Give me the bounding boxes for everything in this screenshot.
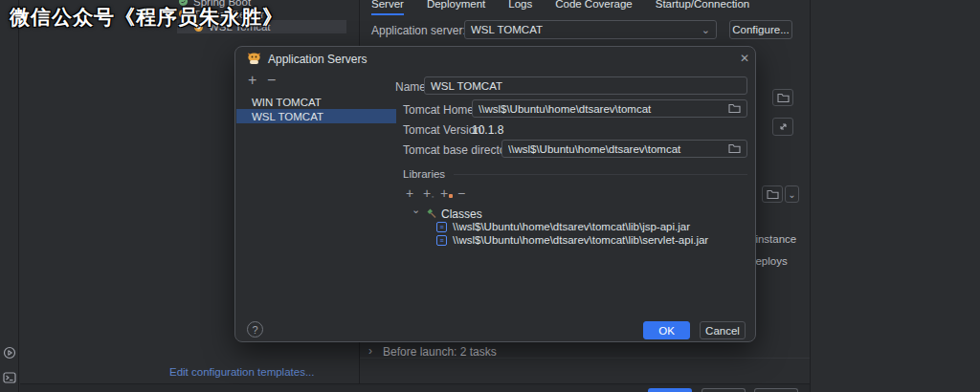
background-cancel-button-partial[interactable] bbox=[702, 388, 746, 392]
tree-collapse-icon[interactable]: ⌄ bbox=[412, 204, 420, 216]
background-ok-button-partial[interactable] bbox=[648, 388, 692, 392]
services-icon[interactable] bbox=[3, 346, 16, 359]
dialog-title: Application Servers bbox=[268, 53, 367, 66]
classes-node-label[interactable]: Classes bbox=[441, 207, 482, 221]
terminal-icon[interactable] bbox=[3, 371, 16, 384]
jar-path: \\wsl$\Ubuntu\home\dtsarev\tomcat\lib\se… bbox=[453, 234, 708, 246]
name-value: WSL TOMCAT bbox=[431, 80, 741, 92]
cancel-button[interactable]: Cancel bbox=[700, 321, 746, 339]
tab-code-coverage[interactable]: Code Coverage bbox=[555, 0, 633, 15]
chevron-down-icon: ⌄ bbox=[788, 189, 795, 200]
tomcat-home-value: \\wsl$\Ubuntu\home\dtsarev\tomcat bbox=[479, 103, 723, 115]
close-icon[interactable]: ✕ bbox=[740, 52, 749, 65]
add-library-from-server-icon[interactable]: + bbox=[423, 186, 431, 200]
library-jar-row[interactable]: ≡ \\wsl$\Ubuntu\home\dtsarev\tomcat\lib\… bbox=[436, 234, 708, 246]
jar-path: \\wsl$\Ubuntu\home\dtsarev\tomcat\lib\js… bbox=[453, 221, 690, 232]
server-list-item-wsl-tomcat[interactable]: WSL TOMCAT bbox=[236, 109, 396, 123]
expand-button-fragment[interactable] bbox=[772, 118, 793, 136]
folder-icon[interactable] bbox=[728, 143, 741, 154]
configure-button[interactable]: Configure... bbox=[729, 20, 792, 39]
tab-server[interactable]: Server bbox=[371, 0, 404, 15]
tomcat-version-value: 10.1.8 bbox=[472, 123, 503, 137]
library-jar-row[interactable]: ≡ \\wsl$\Ubuntu\home\dtsarev\tomcat\lib\… bbox=[436, 221, 690, 232]
expand-icon bbox=[778, 121, 789, 132]
tomcat-base-directory-value: \\wsl$\Ubuntu\home\dtsarev\tomcat bbox=[508, 143, 723, 155]
remove-server-icon[interactable]: − bbox=[267, 74, 276, 87]
ide-screen: Spring Boot Tomcat Server WSL Tomcat Ser… bbox=[0, 0, 980, 392]
application-server-label: Application server: bbox=[371, 24, 466, 37]
add-library-icon[interactable]: + bbox=[406, 186, 413, 200]
help-button[interactable]: ? bbox=[247, 321, 263, 338]
server-list-item-win-tomcat[interactable]: WIN TOMCAT bbox=[236, 95, 396, 109]
tomcat-base-directory-input[interactable]: \\wsl$\Ubuntu\home\dtsarev\tomcat bbox=[501, 140, 747, 158]
chevron-down-icon: ⌄ bbox=[702, 24, 710, 36]
jar-file-icon: ≡ bbox=[436, 222, 447, 232]
libraries-divider bbox=[454, 174, 747, 175]
folder-icon bbox=[767, 189, 779, 200]
add-variant-orange-badge bbox=[449, 194, 453, 198]
tab-deployment[interactable]: Deployment bbox=[427, 0, 485, 15]
watermark-text: 微信公众号《程序员朱永胜》 bbox=[10, 4, 283, 31]
edit-templates-link[interactable]: Edit configuration templates... bbox=[169, 366, 315, 378]
tab-startup-connection[interactable]: Startup/Connection bbox=[656, 0, 749, 15]
tool-window-bar bbox=[0, 0, 19, 392]
classes-icon bbox=[426, 207, 437, 219]
config-tabs: Server Deployment Logs Code Coverage Sta… bbox=[371, 0, 749, 15]
tomcat-home-label: Tomcat Home: bbox=[403, 103, 477, 117]
folder-icon[interactable] bbox=[728, 103, 741, 114]
add-library-special-icon[interactable]: + bbox=[440, 186, 448, 200]
divider bbox=[360, 358, 810, 359]
dropdown-button-fragment[interactable]: ⌄ bbox=[785, 185, 799, 203]
tomcat-home-input[interactable]: \\wsl$\Ubuntu\home\dtsarev\tomcat bbox=[472, 99, 747, 118]
application-servers-dialog: Application Servers ✕ + − WIN TOMCAT WSL… bbox=[234, 46, 756, 342]
browse-button-fragment[interactable] bbox=[772, 89, 793, 106]
browse-button-fragment-2[interactable] bbox=[762, 185, 783, 203]
application-server-select[interactable]: WSL TOMCAT ⌄ bbox=[464, 20, 717, 39]
name-input[interactable]: WSL TOMCAT bbox=[424, 76, 747, 95]
folder-icon bbox=[777, 93, 790, 103]
checkbox-label-fragment: t instance bbox=[749, 233, 796, 245]
ok-button[interactable]: OK bbox=[643, 321, 690, 339]
application-server-value: WSL TOMCAT bbox=[471, 24, 696, 35]
remove-library-icon[interactable]: − bbox=[457, 186, 465, 200]
tomcat-icon bbox=[247, 52, 261, 66]
libraries-label: Libraries bbox=[403, 168, 445, 180]
before-launch-label[interactable]: Before launch: 2 tasks bbox=[383, 345, 497, 359]
background-apply-button-partial[interactable] bbox=[754, 388, 798, 392]
panel-divider-right bbox=[810, 0, 811, 392]
add-server-icon[interactable]: + bbox=[248, 74, 256, 87]
add-variant-badge: ◦ bbox=[432, 193, 434, 200]
tab-logs[interactable]: Logs bbox=[508, 0, 532, 15]
chevron-right-icon[interactable]: › bbox=[368, 344, 372, 358]
jar-file-icon: ≡ bbox=[436, 235, 447, 246]
